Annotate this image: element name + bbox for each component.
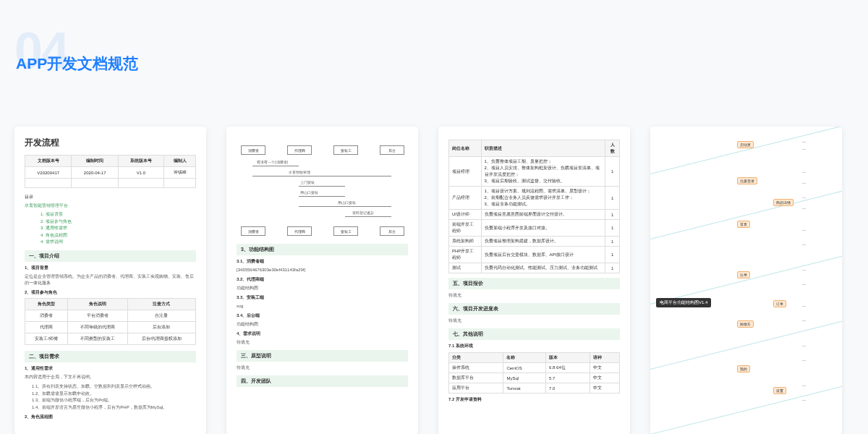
section-6: 六、项目开发进度表 xyxy=(448,303,620,315)
doc-card-1: 开发流程 文档版本号编制时间系统版本号编制人 V202004172020-04-… xyxy=(14,127,206,434)
section-proto: 三、原型说明 xyxy=(237,350,408,362)
section-2: 二、项目需求 xyxy=(25,351,196,362)
sub-2-1: 1、通用性需求 xyxy=(25,365,196,372)
env-table: 分类名称版本语种 操作系统CentOS6.8 64位中文 数据库平台MySql5… xyxy=(448,352,620,393)
platform-name: 水育智能营销管理平台 xyxy=(25,203,196,209)
section-team: 四、开发团队 xyxy=(237,375,408,387)
para-gen: 本内容适用于全局，下文不再说明。 xyxy=(25,374,196,380)
sub-2-2: 2、角色流程图 xyxy=(25,414,196,420)
toc-list: 1. 项目背景2. 项目参与角色3. 通用性需求4. 角色流程图4. 需求说明 xyxy=(41,211,196,246)
mindmap-root: 电商平台功能结构图V1.4 xyxy=(656,298,711,307)
sub-1-1: 1、项目背景 xyxy=(25,265,196,271)
sub-1-2: 2、项目参与角色 xyxy=(25,289,196,296)
toc-label: 目录 xyxy=(25,194,196,200)
doc-card-3: 岗位名称职责描述人数 项目经理1、负责整体项目工期、质量把控； 2、项目人员安排… xyxy=(438,127,630,434)
section-title: APP开发文档规范 xyxy=(16,54,138,74)
section-7: 七、其他说明 xyxy=(448,328,620,340)
req-list: 1.1、所有列表支持状态、加载、空数据和列表显示空样式动画。1.2、加载需需显示… xyxy=(32,383,196,411)
doc-card-2: 消费者 代理商 安装工 后台 有没有一个(消费者) 水育智能管理 上门安装 用山… xyxy=(226,127,418,434)
flow-diagram: 消费者 代理商 安装工 后台 有没有一个(消费者) 水育智能管理 上门安装 用山… xyxy=(237,145,408,239)
version-table: 文档版本号编制时间系统版本号编制人 V202004172020-04-17V1.… xyxy=(25,155,196,188)
section-5: 五、项目报价 xyxy=(448,278,620,289)
section-3: 3、功能结构图 xyxy=(237,244,408,255)
doc1-heading: 开发流程 xyxy=(25,137,196,149)
para-bg: 定位是企业管理营销系统。为企业产品的消费者、代理商、安装工实现购物、安装、售后的… xyxy=(25,273,196,286)
doc-cards-row: 开发流程 文档版本号编制时间系统版本号编制人 V202004172020-04-… xyxy=(14,127,842,434)
role-table: 角色类型角色说明注册方式 消费者平台消费者自注册 代理商不同等级的代理商后台添加… xyxy=(25,298,196,345)
section-1: 一、项目介绍 xyxy=(25,250,196,262)
doc-card-4: 电商平台功能结构图V1.4 启动页 注册登录 首页 分类 购物车 我的 商品详情… xyxy=(650,127,842,434)
team-table: 岗位名称职责描述人数 项目经理1、负责整体项目工期、质量把控； 2、项目人员安排… xyxy=(448,140,620,273)
